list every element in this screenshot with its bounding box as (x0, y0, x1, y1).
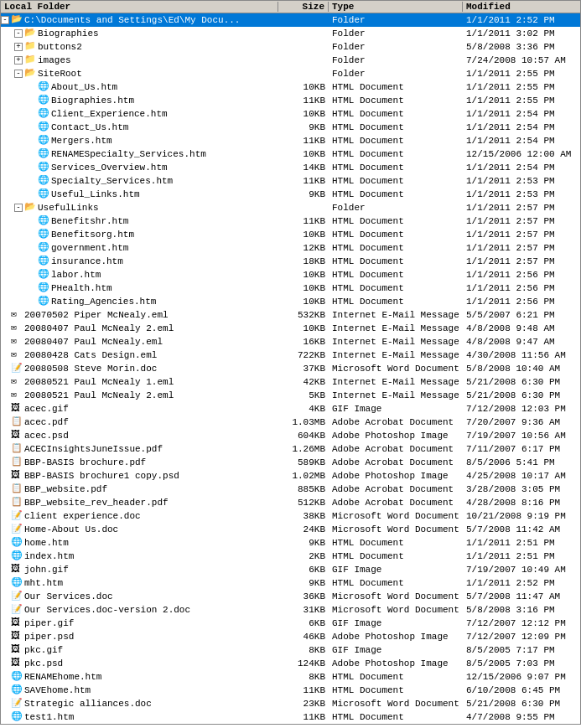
table-row[interactable]: 📝Our Services.doc36KBMicrosoft Word Docu… (1, 590, 580, 603)
table-row[interactable]: 📋BBP_website.pdf885KBAdobe Acrobat Docum… (1, 483, 580, 496)
table-row[interactable]: 🖼BBP-BASIS brochure1 copy.psd1.02MBAdobe… (1, 469, 580, 483)
table-row[interactable]: ✉20080407 Paul McNealy 2.eml10KBInternet… (1, 322, 580, 335)
table-row[interactable]: 🌐government.htm12KBHTML Document1/1/2011… (1, 241, 580, 255)
table-row[interactable]: 📋BBP-BASIS brochure.pdf589KBAdobe Acroba… (1, 456, 580, 469)
file-name-cell: -📂SiteRoot (1, 68, 278, 80)
table-row[interactable]: -📂BiographiesFolder1/1/2011 3:02 PM (1, 27, 580, 40)
table-row[interactable]: 🌐Useful_Links.htm9KBHTML Document1/1/201… (1, 188, 580, 201)
table-row[interactable]: 📝Home-About Us.doc24KBMicrosoft Word Doc… (1, 523, 580, 536)
table-row[interactable]: 🖼piper.psd46KBAdobe Photoshop Image7/12/… (1, 630, 580, 643)
collapse-button[interactable]: - (14, 204, 23, 212)
table-row[interactable]: 🖼acec.gif4KBGIF Image7/12/2008 12:03 PM (1, 402, 580, 416)
table-row[interactable]: 📝Our Services.doc-version 2.doc31KBMicro… (1, 603, 580, 617)
file-modified: 7/11/2007 6:17 PM (463, 444, 580, 454)
table-row[interactable]: 🌐About_Us.htm10KBHTML Document1/1/2011 2… (1, 80, 580, 94)
file-name-text: Client_Experience.htm (51, 109, 168, 119)
file-type: GIF Image (329, 404, 463, 414)
table-row[interactable]: 🌐Rating_Agencies.htm10KBHTML Document1/1… (1, 295, 580, 308)
file-type: Folder (329, 15, 463, 25)
file-type: Adobe Photoshop Image (329, 658, 463, 669)
table-row[interactable]: 📝Strategic alliances.doc23KBMicrosoft Wo… (1, 697, 580, 710)
table-row[interactable]: ✉20080407 Paul McNealy.eml16KBInternet E… (1, 335, 580, 349)
file-modified: 5/5/2007 6:21 PM (463, 310, 580, 320)
file-name-text: Useful_Links.htm (51, 189, 140, 199)
table-row[interactable]: 🌐test1.htm11KBHTML Document4/7/2008 9:55… (1, 710, 580, 724)
file-type: Microsoft Word Document (329, 364, 463, 374)
table-row[interactable]: 📋acec.pdf1.03MBAdobe Acrobat Document7/2… (1, 416, 580, 429)
table-row[interactable]: ✉20080521 Paul McNealy 1.eml42KBInternet… (1, 375, 580, 389)
table-row[interactable]: ✉20080428 Cats Design.eml722KBInternet E… (1, 349, 580, 362)
word-icon: 📝 (11, 363, 23, 374)
file-size: 4KB (278, 404, 329, 414)
gif-icon: 🖼 (11, 644, 23, 655)
table-row[interactable]: 🌐Contact_Us.htm9KBHTML Document1/1/2011 … (1, 121, 580, 134)
table-row[interactable]: 🌐SAVEhome.htm11KBHTML Document6/10/2008 … (1, 684, 580, 697)
table-row[interactable]: 🌐Mergers.htm11KBHTML Document1/1/2011 2:… (1, 134, 580, 147)
table-row[interactable]: 📋BBP_website_rev_header.pdf512KBAdobe Ac… (1, 496, 580, 509)
collapse-button[interactable]: - (1, 16, 9, 24)
table-row[interactable]: 📝client experience.doc38KBMicrosoft Word… (1, 509, 580, 523)
table-row[interactable]: 🌐RENAMEhome.htm8KBHTML Document12/15/200… (1, 670, 580, 684)
table-row[interactable]: 🌐index.htm2KBHTML Document1/1/2011 2:51 … (1, 550, 580, 563)
collapse-button[interactable]: - (14, 29, 23, 38)
table-row[interactable]: -📂C:\Documents and Settings\Ed\My Docu..… (1, 13, 580, 27)
gif-icon: 🖼 (11, 617, 23, 628)
file-size: 6KB (278, 565, 329, 575)
table-row[interactable]: 🌐Services_Overview.htm14KBHTML Document1… (1, 161, 580, 174)
table-row[interactable]: 📝20080508 Steve Morin.doc37KBMicrosoft W… (1, 362, 580, 375)
file-manager: Local Folder Size Type Modified -📂C:\Doc… (0, 0, 581, 725)
folder-icon: 📁 (24, 41, 36, 52)
pdf-icon: 📋 (11, 497, 23, 508)
collapse-button[interactable]: - (14, 70, 23, 78)
header-modified: Modified (463, 2, 580, 12)
table-row[interactable]: 🌐home.htm9KBHTML Document1/1/2011 2:51 P… (1, 536, 580, 550)
file-size: 11KB (278, 136, 329, 146)
table-row[interactable]: 📋ACECInsightsJuneIssue.pdf1.26MBAdobe Ac… (1, 442, 580, 456)
table-row[interactable]: ✉20070502 Piper McNealy.eml532KBInternet… (1, 308, 580, 322)
table-row[interactable]: 🌐Benefitsorg.htm10KBHTML Document1/1/201… (1, 228, 580, 241)
table-row[interactable]: 🖼acec.psd604KBAdobe Photoshop Image7/19/… (1, 429, 580, 442)
expand-button[interactable]: + (14, 43, 23, 51)
file-size: 11KB (278, 96, 329, 106)
table-row[interactable]: 🌐PHealth.htm10KBHTML Document1/1/2011 2:… (1, 281, 580, 295)
file-name-text: Our Services.doc (24, 591, 113, 602)
table-row[interactable]: 🖼pkc.psd124KBAdobe Photoshop Image8/5/20… (1, 657, 580, 670)
table-row[interactable]: 🌐mht.htm9KBHTML Document1/1/2011 2:52 PM (1, 576, 580, 590)
word-icon: 📝 (11, 510, 23, 521)
table-row[interactable]: 🌐labor.htm10KBHTML Document1/1/2011 2:56… (1, 268, 580, 281)
file-size: 10KB (278, 283, 329, 293)
file-modified: 5/21/2008 6:30 PM (463, 390, 580, 400)
table-row[interactable]: 🌐Biographies.htm11KBHTML Document1/1/201… (1, 94, 580, 107)
table-row[interactable]: ✉20080521 Paul McNealy 2.eml5KBInternet … (1, 389, 580, 402)
table-row[interactable]: -📂UsefulLinksFolder1/1/2011 2:57 PM (1, 201, 580, 214)
table-row[interactable]: 🌐Specialty_Services.htm11KBHTML Document… (1, 174, 580, 188)
file-name-text: Benefitshr.htm (51, 216, 128, 226)
table-row[interactable]: -📂SiteRootFolder1/1/2011 2:55 PM (1, 67, 580, 80)
file-name-text: mht.htm (24, 578, 63, 588)
table-row[interactable]: 🌐Client_Experience.htm10KBHTML Document1… (1, 107, 580, 121)
file-size: 12KB (278, 243, 329, 253)
table-row[interactable]: 🖼piper.gif6KBGIF Image7/12/2007 12:12 PM (1, 617, 580, 630)
file-size: 885KB (278, 484, 329, 494)
table-row[interactable]: 🌐RENAMESpecialty_Services.htm10KBHTML Do… (1, 147, 580, 161)
file-type: Adobe Acrobat Document (329, 444, 463, 454)
file-name-text: john.gif (24, 565, 69, 575)
file-name-cell: 🖼piper.gif (1, 617, 278, 629)
file-type: HTML Document (329, 96, 463, 106)
file-name-text: 20080407 Paul McNealy.eml (24, 337, 163, 347)
table-row[interactable]: +📁imagesFolder7/24/2008 10:57 AM (1, 54, 580, 67)
html-icon: 🌐 (38, 229, 49, 240)
table-row[interactable]: 🖼pkc.gif8KBGIF Image8/5/2005 7:17 PM (1, 643, 580, 657)
table-row[interactable]: +📁buttons2Folder5/8/2008 3:36 PM (1, 40, 580, 54)
expand-button[interactable]: + (14, 56, 23, 65)
file-modified: 7/19/2007 10:49 AM (463, 565, 580, 575)
file-modified: 8/5/2006 5:41 PM (463, 457, 580, 467)
table-row[interactable]: 🌐Benefitshr.htm11KBHTML Document1/1/2011… (1, 214, 580, 228)
file-name-cell: 🖼acec.gif (1, 403, 278, 415)
table-row[interactable]: 🌐insurance.htm18KBHTML Document1/1/2011 … (1, 255, 580, 268)
file-modified: 4/8/2008 9:47 AM (463, 337, 580, 347)
file-modified: 5/8/2008 3:36 PM (463, 42, 580, 52)
email-icon: ✉ (11, 390, 23, 400)
file-size: 36KB (278, 591, 329, 602)
table-row[interactable]: 🖼john.gif6KBGIF Image7/19/2007 10:49 AM (1, 563, 580, 576)
